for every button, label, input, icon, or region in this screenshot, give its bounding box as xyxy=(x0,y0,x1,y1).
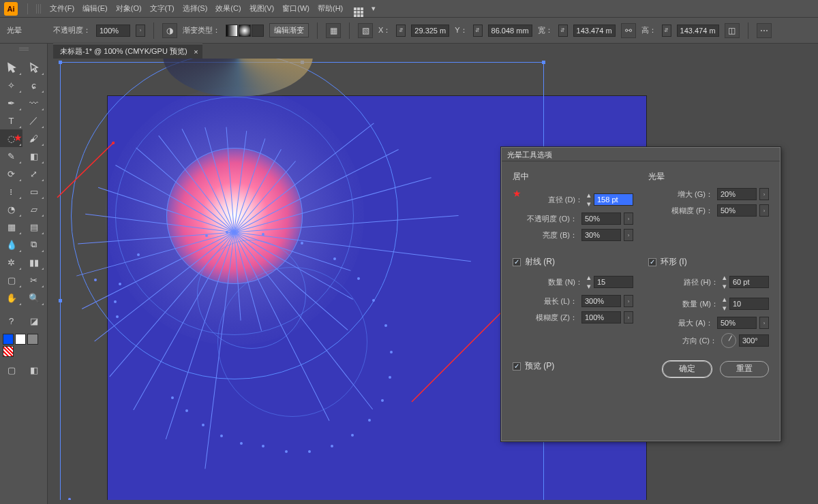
rays-count-down[interactable]: ▾ xyxy=(587,282,591,291)
flare-ray-handle[interactable] xyxy=(331,445,333,447)
workspace-switcher[interactable] xyxy=(354,3,369,14)
shaper-tool[interactable]: ✎ xyxy=(0,147,22,165)
menu-effect[interactable]: 效果(C) xyxy=(215,3,241,14)
menu-edit[interactable]: 编辑(E) xyxy=(82,3,108,14)
curvature-tool[interactable]: 〰 xyxy=(22,94,45,112)
rings-path-field[interactable]: 60 pt xyxy=(729,276,769,288)
gradient-freeform-icon[interactable] xyxy=(252,25,264,37)
edit-gradient-button[interactable]: 编辑渐变 xyxy=(269,23,309,37)
halo-blur-field[interactable]: 50% xyxy=(717,204,757,217)
ok-button[interactable]: 确定 xyxy=(663,361,712,377)
flare-ray-handle[interactable] xyxy=(94,279,97,281)
reset-button[interactable]: 重置 xyxy=(720,361,769,377)
direct-selection-tool[interactable] xyxy=(22,59,45,76)
document-tab[interactable]: 未标题-1* @ 100% (CMYK/GPU 预览) × xyxy=(53,44,202,59)
y-field[interactable]: 86.048 mm xyxy=(488,25,532,37)
rays-count-up[interactable]: ▴ xyxy=(587,273,591,282)
rays-longest-field[interactable]: 300% xyxy=(581,295,621,307)
zoom-tool[interactable]: 🔍 xyxy=(22,289,45,306)
gradient-linear-icon[interactable] xyxy=(226,25,238,37)
lasso-tool[interactable]: ɕ xyxy=(22,76,45,94)
flare-ray-handle[interactable] xyxy=(308,450,311,453)
diameter-step-down[interactable]: ▾ xyxy=(587,200,591,208)
flare-ray-handle[interactable] xyxy=(185,409,188,412)
hand-tool[interactable]: ✋ xyxy=(0,289,22,306)
gradient-radial-icon[interactable] xyxy=(239,25,251,37)
symbol-sprayer-tool[interactable]: ✲ xyxy=(0,253,22,271)
menu-view[interactable]: 视图(V) xyxy=(249,3,275,14)
link-wh-icon[interactable]: ⚯ xyxy=(621,23,636,38)
slice-tool[interactable]: ✂ xyxy=(22,271,45,289)
h-stepper[interactable]: ⇵ xyxy=(662,25,671,37)
w-field[interactable]: 143.474 m xyxy=(573,25,616,37)
artboard-tool[interactable]: ▢ xyxy=(0,271,22,289)
menu-object[interactable]: 对象(O) xyxy=(116,3,142,14)
preview-checkbox[interactable]: ✓预览 (P) xyxy=(513,360,554,372)
menu-type[interactable]: 文字(T) xyxy=(150,3,175,14)
rings-max-field[interactable]: 50% xyxy=(717,317,757,329)
screen-mode-2[interactable]: ◧ xyxy=(22,361,45,379)
gradient-type-swatches[interactable] xyxy=(226,25,264,37)
grow-field[interactable]: 20% xyxy=(717,188,757,200)
flare-ray-handle[interactable] xyxy=(262,445,264,447)
scale-tool[interactable]: ⤢ xyxy=(22,165,45,183)
flare-ray-handle[interactable] xyxy=(116,315,119,318)
flare-ray-handle[interactable] xyxy=(357,277,360,280)
rings-count-down[interactable]: ▾ xyxy=(723,304,727,313)
line-tool[interactable]: ／ xyxy=(22,112,45,129)
brightness-caret[interactable]: › xyxy=(624,229,633,241)
magic-wand-tool[interactable]: ✧ xyxy=(0,76,22,94)
align-icon[interactable]: ▦ xyxy=(326,23,341,38)
h-field[interactable]: 143.474 m xyxy=(677,25,719,37)
flare-ray-handle[interactable] xyxy=(285,450,288,453)
opacity-step[interactable]: › xyxy=(136,25,145,37)
rings-count-field[interactable]: 10 xyxy=(729,298,769,310)
fill-stroke-swap[interactable]: ? xyxy=(0,312,22,330)
flare-ray-handle[interactable] xyxy=(202,424,204,426)
eraser-tool[interactable]: ◧ xyxy=(22,147,45,165)
rays-count-field[interactable]: 15 xyxy=(594,276,633,288)
eyedropper-tool[interactable]: 💧 xyxy=(0,236,22,253)
direction-dial[interactable] xyxy=(721,333,736,348)
transform-icon[interactable]: ▧ xyxy=(358,23,373,38)
type-tool[interactable]: T xyxy=(0,112,22,129)
diameter-step-up[interactable]: ▴ xyxy=(587,191,591,200)
free-transform-tool[interactable]: ▭ xyxy=(22,183,45,200)
flare-ray-handle[interactable] xyxy=(114,300,117,303)
flare-ray-handle[interactable] xyxy=(171,396,174,399)
default-fill-stroke[interactable]: ◪ xyxy=(22,312,45,330)
rings-count-up[interactable]: ▴ xyxy=(723,295,727,304)
rays-checkbox[interactable]: ✓射线 (R) xyxy=(513,256,633,268)
y-stepper[interactable]: ⇵ xyxy=(473,25,483,37)
rings-max-caret[interactable]: › xyxy=(759,317,769,329)
rays-blur-field[interactable]: 100% xyxy=(581,311,621,324)
menu-select[interactable]: 选择(S) xyxy=(183,3,208,14)
opacity-field[interactable]: 100% xyxy=(96,25,130,37)
graph-tool[interactable]: ▮▮ xyxy=(22,253,45,271)
rays-longest-caret[interactable]: › xyxy=(624,295,633,307)
close-tab-button[interactable]: × xyxy=(194,48,198,56)
shape-options-icon[interactable]: ◫ xyxy=(725,23,740,38)
grow-caret[interactable]: › xyxy=(759,188,769,200)
diameter-field[interactable]: 158 pt xyxy=(594,193,633,206)
flare-tool[interactable]: ◌★ xyxy=(0,129,22,147)
selection-tool[interactable] xyxy=(0,59,22,76)
rings-dir-field[interactable]: 300° xyxy=(739,334,769,347)
menu-help[interactable]: 帮助(H) xyxy=(318,3,343,14)
screen-mode[interactable]: ▢ xyxy=(0,361,22,379)
color-palette[interactable] xyxy=(3,334,44,357)
flare-ray-handle[interactable] xyxy=(333,257,336,260)
center-opacity-caret[interactable]: › xyxy=(624,212,633,225)
center-opacity-field[interactable]: 50% xyxy=(581,212,621,225)
halo-blur-caret[interactable]: › xyxy=(759,204,769,217)
blend-tool[interactable]: ⧉ xyxy=(22,236,45,253)
rings-path-down[interactable]: ▾ xyxy=(723,282,727,291)
mesh-tool[interactable]: ▦ xyxy=(0,218,22,236)
more-options-icon[interactable]: ⋯ xyxy=(757,23,772,38)
rings-path-up[interactable]: ▴ xyxy=(723,273,727,282)
width-tool[interactable]: ⫶ xyxy=(0,183,22,200)
rings-checkbox[interactable]: ✓环形 (I) xyxy=(648,256,769,268)
rotate-tool[interactable]: ⟳ xyxy=(0,165,22,183)
gradient-tool[interactable]: ▤ xyxy=(22,218,45,236)
x-field[interactable]: 29.325 m xyxy=(411,25,449,37)
